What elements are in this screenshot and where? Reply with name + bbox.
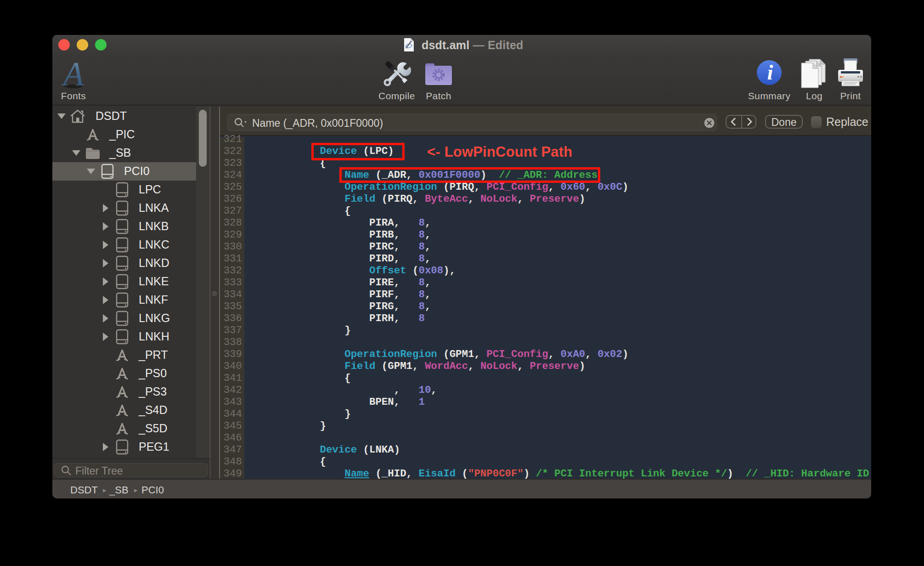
svg-text:A: A <box>61 56 84 90</box>
svg-text:i: i <box>767 61 773 84</box>
